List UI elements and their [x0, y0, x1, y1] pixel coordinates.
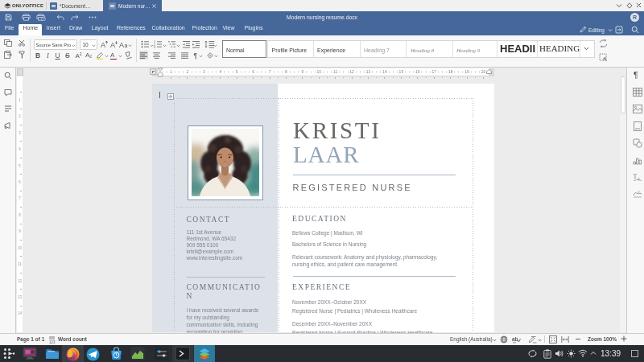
svg-text:A: A [119, 41, 124, 48]
svg-text:ab: ab [512, 335, 518, 341]
svg-text:A: A [110, 41, 115, 48]
svg-text:3: 3 [154, 46, 155, 48]
svg-text:T: T [634, 173, 638, 180]
svg-text:a: a [125, 43, 128, 48]
svg-text:123: 123 [49, 339, 56, 343]
svg-text:A: A [101, 41, 105, 48]
